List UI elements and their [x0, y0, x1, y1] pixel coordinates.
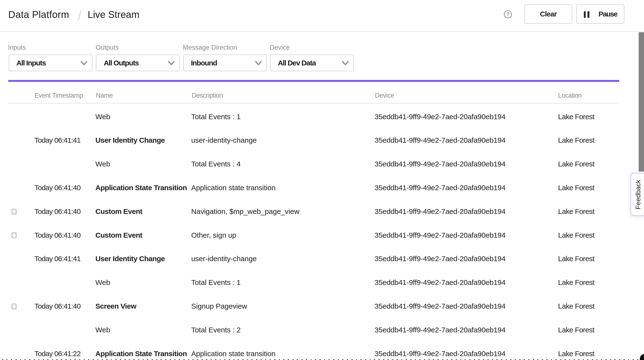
svg-text:?: ?: [506, 11, 509, 17]
